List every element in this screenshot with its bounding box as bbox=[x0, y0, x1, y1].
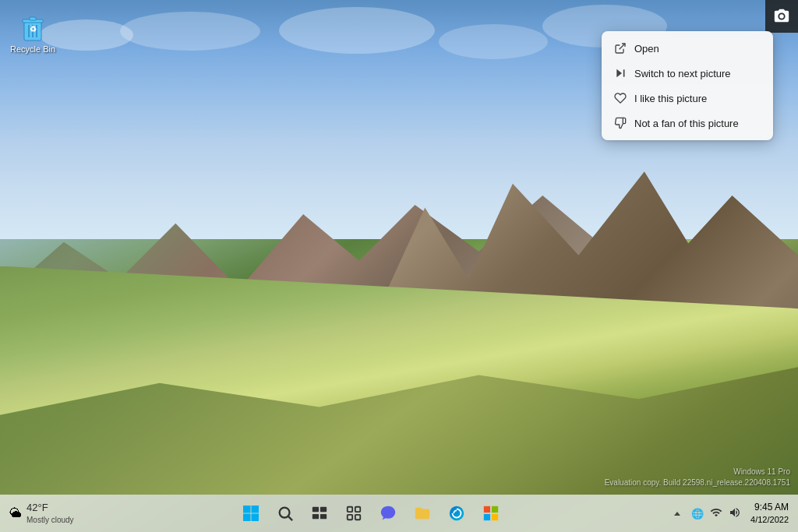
heart-icon bbox=[614, 92, 627, 104]
chat-icon bbox=[379, 504, 397, 523]
svg-rect-13 bbox=[243, 514, 251, 522]
weather-temperature: 42°F bbox=[26, 502, 74, 515]
edge-button[interactable] bbox=[441, 498, 472, 529]
weather-icon: 🌥 bbox=[9, 506, 22, 520]
folder-icon bbox=[413, 504, 432, 523]
menu-item-switch-next[interactable]: Switch to next picture bbox=[602, 61, 773, 86]
recycle-bin-label: Recycle Bin bbox=[10, 44, 55, 55]
menu-item-like[interactable]: I like this picture bbox=[602, 86, 773, 111]
file-explorer-button[interactable] bbox=[407, 498, 438, 529]
taskbar-left: 🌥 42°F Mostly cloudy bbox=[0, 502, 74, 526]
wifi-icon[interactable] bbox=[708, 505, 724, 523]
svg-text:♻: ♻ bbox=[30, 25, 37, 33]
desktop: ♻ Recycle Bin Open bbox=[0, 0, 798, 532]
start-button[interactable] bbox=[235, 498, 267, 529]
svg-rect-28 bbox=[484, 514, 490, 520]
weather-widget[interactable]: 42°F Mostly cloudy bbox=[26, 502, 74, 526]
store-icon bbox=[482, 504, 500, 523]
svg-rect-19 bbox=[312, 514, 319, 519]
menu-not-fan-label: Not a fan of this picture bbox=[634, 118, 739, 129]
show-hidden-icons-button[interactable] bbox=[668, 501, 687, 526]
menu-like-label: I like this picture bbox=[634, 93, 707, 104]
volume-icon[interactable] bbox=[727, 505, 743, 523]
clock-time: 9:45 AM bbox=[750, 501, 789, 514]
chat-button[interactable] bbox=[373, 498, 404, 529]
svg-rect-24 bbox=[355, 515, 360, 520]
svg-rect-23 bbox=[348, 515, 352, 520]
tray-icons: 🌐 bbox=[690, 505, 743, 523]
svg-rect-12 bbox=[251, 506, 259, 513]
svg-rect-6 bbox=[30, 17, 36, 20]
recycle-bin-icon: ♻ bbox=[17, 11, 48, 42]
dislike-icon bbox=[614, 117, 627, 129]
edge-icon bbox=[447, 504, 466, 523]
svg-rect-11 bbox=[243, 506, 251, 513]
menu-item-not-fan[interactable]: Not a fan of this picture bbox=[602, 111, 773, 136]
svg-rect-20 bbox=[320, 514, 327, 519]
svg-line-8 bbox=[620, 44, 625, 49]
store-button[interactable] bbox=[475, 498, 507, 529]
recycle-bin[interactable]: ♻ Recycle Bin bbox=[6, 8, 59, 58]
search-button[interactable] bbox=[270, 498, 301, 529]
svg-rect-26 bbox=[484, 506, 490, 513]
widgets-button[interactable] bbox=[338, 498, 369, 529]
chevron-up-icon bbox=[674, 512, 680, 516]
search-icon bbox=[276, 504, 295, 523]
taskbar-center bbox=[74, 498, 668, 529]
svg-rect-21 bbox=[348, 507, 352, 512]
taskbar-right: 🌐 9:45 AM 4/12/2022 bbox=[668, 501, 798, 526]
menu-open-label: Open bbox=[634, 43, 659, 55]
svg-point-15 bbox=[279, 508, 289, 518]
svg-marker-9 bbox=[616, 69, 622, 78]
next-picture-icon bbox=[614, 67, 627, 79]
svg-line-16 bbox=[288, 516, 292, 520]
svg-rect-22 bbox=[355, 507, 360, 512]
task-view-button[interactable] bbox=[304, 498, 335, 529]
menu-switch-label: Switch to next picture bbox=[634, 68, 731, 79]
svg-rect-17 bbox=[312, 507, 319, 512]
spotlight-button[interactable] bbox=[765, 0, 798, 33]
external-link-icon bbox=[614, 42, 627, 55]
svg-point-25 bbox=[450, 506, 464, 520]
windows-icon bbox=[242, 504, 260, 523]
camera-icon bbox=[773, 8, 790, 25]
menu-item-open[interactable]: Open bbox=[602, 36, 773, 61]
svg-rect-27 bbox=[492, 506, 498, 513]
svg-rect-14 bbox=[251, 514, 259, 522]
weather-description: Mostly cloudy bbox=[26, 515, 74, 525]
svg-rect-29 bbox=[492, 514, 498, 520]
network-icon[interactable]: 🌐 bbox=[690, 506, 705, 521]
widgets-icon bbox=[344, 504, 363, 523]
taskview-icon bbox=[310, 504, 329, 523]
taskbar: 🌥 42°F Mostly cloudy bbox=[0, 495, 798, 532]
clock[interactable]: 9:45 AM 4/12/2022 bbox=[750, 501, 789, 526]
clock-date: 4/12/2022 bbox=[750, 514, 789, 526]
context-menu: Open Switch to next picture I like this … bbox=[602, 31, 773, 140]
svg-rect-18 bbox=[320, 507, 327, 512]
